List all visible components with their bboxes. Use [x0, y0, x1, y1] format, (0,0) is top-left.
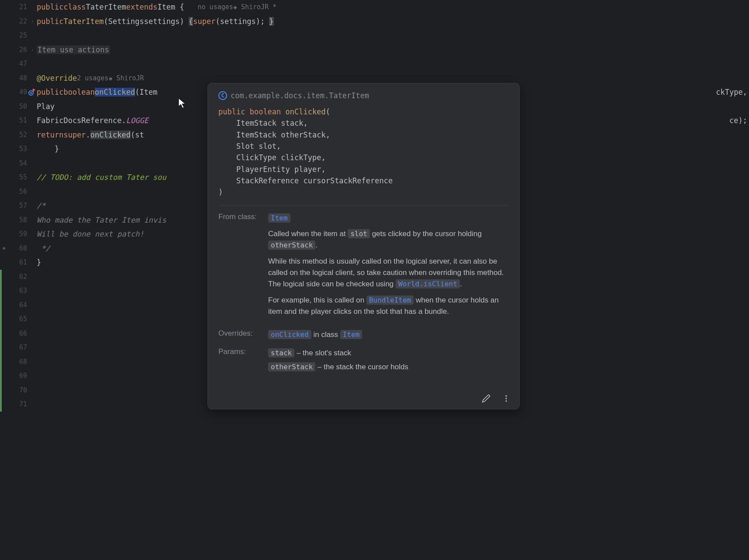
documentation-popup: C com.example.docs.item.TaterItem public…	[207, 83, 520, 409]
svg-point-4	[505, 400, 507, 402]
divider	[218, 205, 509, 206]
doc-description: While this method is usually called on t…	[268, 256, 509, 290]
gutter-line[interactable]: 54	[0, 156, 35, 171]
method-link[interactable]: World.isClient	[396, 279, 460, 289]
gutter-line[interactable]: 55	[0, 170, 35, 185]
gutter-line[interactable]: 62	[0, 270, 35, 284]
method-link[interactable]: onClicked	[268, 330, 311, 339]
gutter-line[interactable]: 51	[0, 113, 35, 128]
fold-icon[interactable]: ›	[31, 18, 34, 24]
gutter-line[interactable]: 56	[0, 185, 35, 199]
code-line[interactable]: public TaterItem(Settings settings) { su…	[35, 14, 749, 29]
gutter-line[interactable]: 52	[0, 128, 35, 142]
pencil-icon	[482, 394, 490, 403]
code-line[interactable]	[35, 28, 749, 43]
svg-point-1	[30, 92, 32, 94]
gutter-line[interactable]: 58	[0, 213, 35, 227]
gutter-line[interactable]: 57	[0, 199, 35, 213]
gutter-line[interactable]: 26›	[0, 43, 35, 57]
doc-params: Params: stack – the slot's stackotherSta…	[218, 347, 509, 376]
method-name-selected[interactable]: onClicked	[95, 88, 135, 96]
gutter-line[interactable]: 60	[0, 241, 35, 256]
more-button[interactable]	[501, 393, 511, 404]
doc-class-header: C com.example.docs.item.TaterItem	[218, 91, 509, 100]
fold-icon[interactable]: ›	[31, 47, 34, 53]
doc-fqn[interactable]: com.example.docs.item.TaterItem	[231, 91, 369, 100]
doc-description: Called when the item at slot gets clicke…	[268, 228, 509, 251]
gutter-line[interactable]: 25	[0, 28, 35, 43]
usage-hint[interactable]: 2 usages	[77, 74, 108, 82]
gutter-line[interactable]: 49	[0, 85, 35, 100]
code-line[interactable]	[35, 57, 749, 71]
gutter-line[interactable]: 61	[0, 255, 35, 270]
documentation-scroll[interactable]: C com.example.docs.item.TaterItem public…	[208, 83, 519, 409]
kebab-icon	[502, 394, 511, 403]
gutter-line[interactable]: 68	[0, 355, 35, 369]
class-link[interactable]: BundleItem	[366, 295, 414, 305]
folded-region[interactable]: Item use actions	[37, 45, 110, 54]
gutter-line[interactable]: 22›	[0, 14, 35, 29]
doc-overrides: Overrides: onClicked in class Item	[218, 329, 509, 340]
class-link[interactable]: Item	[268, 213, 290, 223]
gutter-line[interactable]: 21	[0, 0, 35, 14]
doc-from-class: From class: Item Called when the item at…	[218, 213, 509, 322]
gutter-line[interactable]: 67	[0, 340, 35, 355]
gutter-line[interactable]: 64	[0, 298, 35, 313]
class-icon: C	[218, 91, 227, 100]
doc-actions	[481, 393, 511, 404]
class-link[interactable]: Item	[340, 330, 362, 339]
gutter-line[interactable]: 66	[0, 326, 35, 341]
gutter-line[interactable]: 59	[0, 227, 35, 241]
author-hint[interactable]: ♚ ShiroJR *	[233, 3, 276, 11]
code-line[interactable]: public class TaterItem extends Item { no…	[35, 0, 749, 14]
code-line[interactable]: Item use actions	[35, 43, 749, 57]
gutter-line[interactable]: 69	[0, 369, 35, 383]
usage-hint[interactable]: no usages	[198, 3, 233, 11]
gutter-line[interactable]: 48	[0, 71, 35, 86]
param-row: stack – the slot's stack	[268, 347, 509, 359]
gutter-line[interactable]: 65	[0, 312, 35, 326]
gutter-line[interactable]: 50	[0, 100, 35, 114]
doc-signature: public boolean onClicked( ItemStack stac…	[218, 106, 509, 198]
gutter: 2122›2526›474849505152535455565758596061…	[0, 0, 35, 560]
gutter-line[interactable]: 53	[0, 142, 35, 156]
gutter-line[interactable]: 70	[0, 383, 35, 398]
param-row: otherStack – the stack the cursor holds	[268, 361, 509, 373]
svg-point-3	[505, 398, 507, 399]
svg-point-2	[505, 395, 507, 397]
edit-button[interactable]	[481, 393, 491, 404]
breakpoint-hint-icon[interactable]	[3, 247, 5, 250]
author-hint[interactable]: ♚ ShiroJR	[108, 74, 144, 82]
doc-description: For example, this is called on BundleIte…	[268, 295, 509, 318]
gutter-line[interactable]: 71	[0, 397, 35, 412]
gutter-line[interactable]: 63	[0, 284, 35, 298]
gutter-line[interactable]: 47	[0, 57, 35, 71]
